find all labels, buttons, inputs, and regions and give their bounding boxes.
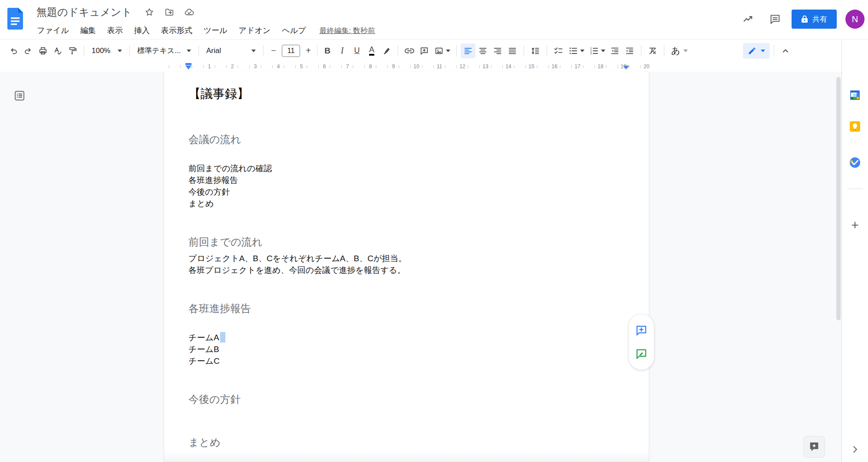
menu-item-2[interactable]: 表示 [102,23,129,37]
menu-item-3[interactable]: 挿入 [129,23,155,37]
menu-bar: ファイル編集表示挿入表示形式ツールアドオンヘルプ最終編集: 数秒前 [31,23,375,37]
first-line-indent-marker[interactable] [185,63,191,65]
margin-suggest-edits-button[interactable] [634,347,648,361]
margin-add-comment-button[interactable] [634,323,648,337]
side-panel: 31 + [842,39,868,462]
share-label: 共有 [812,14,827,24]
doc-line[interactable]: プロジェクトA、B、CをそれぞれチームA、B、Cが担当。 [188,253,624,264]
keep-icon[interactable] [848,120,861,133]
menu-item-0[interactable]: ファイル [31,23,75,37]
clear-formatting-button[interactable] [645,43,660,58]
insert-image-button[interactable] [432,43,452,58]
side-panel-divider [847,189,863,189]
document-title[interactable]: 無題のドキュメント [36,5,132,19]
doc-section-1: 前回までの流れプロジェクトA、B、CをそれぞれチームA、B、Cが担当。各班プロジ… [188,235,624,276]
document-canvas: 【議事録】 会議の流れ前回までの流れの確認各班進捗報告今後の方針まとめ前回までの… [0,72,842,462]
redo-button[interactable] [21,43,36,58]
line-spacing-button[interactable] [528,43,543,58]
tasks-icon[interactable] [848,156,861,169]
hide-side-panel-chevron[interactable] [850,445,860,456]
menu-item-6[interactable]: アドオン [233,23,277,37]
doc-line[interactable]: 今後の方針 [188,186,624,198]
open-comments-icon[interactable] [765,9,785,30]
doc-section-heading[interactable]: 会議の流れ [188,133,624,146]
bulleted-list-button[interactable] [566,43,587,58]
chevron-down-icon [761,50,765,52]
doc-line[interactable]: チームB [188,343,624,355]
doc-line[interactable]: チームA [188,332,624,343]
menu-item-4[interactable]: 表示形式 [155,23,198,37]
align-center-button[interactable] [475,43,490,58]
ruler-number-13: 13 [482,63,488,70]
ruler-number-4: 4 [277,63,280,70]
undo-button[interactable] [6,43,21,58]
left-indent-marker[interactable] [185,66,191,70]
pencil-icon [748,47,756,55]
highlight-color-button[interactable] [379,43,394,58]
bold-button[interactable]: B [320,43,335,58]
chevron-down-icon [251,50,256,52]
increase-font-size-button[interactable]: + [302,45,314,57]
doc-section-heading[interactable]: 前回までの流れ [188,235,624,249]
calendar-icon[interactable]: 31 [848,89,861,102]
doc-section-lines: チームAチームBチームC [188,332,624,367]
document-outline-icon[interactable] [13,89,28,104]
justify-button[interactable] [505,43,520,58]
account-avatar[interactable]: N [845,10,865,29]
decrease-indent-button[interactable] [607,43,622,58]
print-button[interactable] [36,43,50,58]
zoom-select[interactable]: 100% [88,43,125,58]
menu-item-1[interactable]: 編集 [75,23,102,37]
document-page[interactable]: 【議事録】 会議の流れ前回までの流れの確認各班進捗報告今後の方針まとめ前回までの… [164,72,649,462]
doc-heading-title[interactable]: 【議事録】 [188,86,624,102]
editing-mode-button[interactable] [743,43,770,59]
numbered-list-button[interactable]: 1 2 3 [587,43,607,58]
decrease-font-size-button[interactable]: − [267,45,280,57]
italic-button[interactable]: I [335,43,350,58]
collapse-toolbar-button[interactable] [778,43,793,58]
input-tools-button[interactable]: あ [668,43,691,58]
doc-section-heading[interactable]: まとめ [188,435,624,449]
doc-section-heading[interactable]: 各班進捗報告 [188,302,624,315]
doc-line[interactable]: チームC [188,355,624,367]
ruler-number-10: 10 [413,63,419,70]
google-docs-logo[interactable] [7,8,23,30]
align-left-button[interactable] [461,43,475,58]
checklist-button[interactable] [551,43,566,58]
text-color-button[interactable]: A [364,43,379,58]
menu-item-5[interactable]: ツール [198,23,233,37]
menu-item-7[interactable]: ヘルプ [276,23,311,37]
explore-button[interactable] [803,436,825,458]
paint-format-button[interactable] [65,43,80,58]
cloud-saved-icon[interactable] [184,7,195,17]
font-size-input[interactable]: 11 [282,45,300,57]
spell-check-button[interactable] [50,43,65,58]
share-button[interactable]: 共有 [792,10,837,29]
ruler-number-20: 20 [644,63,649,70]
doc-section-2: 各班進捗報告チームAチームBチームC [188,302,624,367]
doc-line[interactable]: 各班進捗報告 [188,174,624,186]
increase-indent-button[interactable] [622,43,637,58]
align-right-button[interactable] [490,43,505,58]
add-comment-button[interactable] [417,43,432,58]
svg-text:3: 3 [590,52,592,55]
last-edit-link[interactable]: 最終編集: 数秒前 [319,26,375,36]
underline-button[interactable]: U [350,43,364,58]
vertical-scrollbar[interactable] [836,77,841,320]
doc-line[interactable]: まとめ [188,198,624,209]
font-family-select[interactable]: Arial [203,43,259,58]
paragraph-style-select[interactable]: 標準テキス... [134,43,195,58]
insert-link-button[interactable] [402,43,417,58]
move-to-folder-icon[interactable] [164,7,175,17]
ruler-number-11: 11 [437,63,442,70]
get-add-ons-button[interactable]: + [851,218,859,233]
ruler-number-16: 16 [551,63,557,70]
toolbar: 100% 標準テキス... Arial − 11 + B I U A [0,39,842,62]
ruler[interactable]: 1234567891011121314151617181920 [0,62,842,72]
document-stats-icon[interactable] [738,9,759,30]
doc-body: 会議の流れ前回までの流れの確認各班進捗報告今後の方針まとめ前回までの流れプロジェ… [188,133,624,449]
doc-line[interactable]: 各班プロジェクトを進め、今回の会議で進捗を報告する。 [188,264,624,276]
star-icon[interactable] [144,7,155,17]
doc-line[interactable]: 前回までの流れの確認 [188,163,624,174]
doc-section-heading[interactable]: 今後の方針 [188,392,624,406]
